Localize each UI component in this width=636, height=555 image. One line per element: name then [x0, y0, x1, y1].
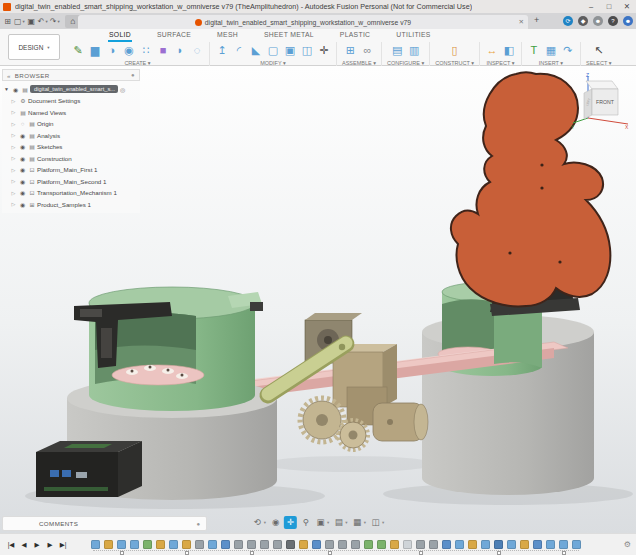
pan-icon[interactable]: ✛: [284, 516, 297, 529]
zoom-icon[interactable]: ⚲: [299, 516, 312, 529]
flag-feature[interactable]: [221, 540, 230, 549]
canvas-feature[interactable]: [494, 540, 503, 549]
move-copy-icon[interactable]: ✛: [317, 43, 331, 58]
transportation-mechanism[interactable]: [268, 313, 428, 450]
visibility-eye-icon[interactable]: ◉: [18, 189, 27, 196]
browser-item-construction[interactable]: ▷◉▤Construction: [2, 153, 140, 165]
step-back-button[interactable]: ◀: [18, 541, 30, 549]
minimize-button[interactable]: –: [582, 0, 600, 13]
extensions-icon[interactable]: ◆: [578, 16, 588, 26]
ribbon-tab-mesh[interactable]: MESH: [216, 30, 239, 42]
select-icon[interactable]: ↖: [592, 43, 606, 58]
extrude-feature[interactable]: [117, 540, 126, 549]
root-component-label[interactable]: digital_twin_enabled_smart_s...: [30, 85, 118, 93]
browser-item-origin[interactable]: ▷○▤Origin: [2, 118, 140, 130]
sketch-feature[interactable]: [182, 540, 191, 549]
shell-icon[interactable]: ▢: [266, 43, 280, 58]
insert-mesh-icon[interactable]: T: [527, 43, 541, 58]
profile-icon[interactable]: ☻: [593, 16, 603, 26]
analysis-feature[interactable]: [377, 540, 386, 549]
press-pull-icon[interactable]: ↥: [215, 43, 229, 58]
collapse-panel-icon[interactable]: «: [7, 72, 11, 79]
chevron-down-icon[interactable]: ▾: [382, 520, 384, 525]
ribbon-tab-surface[interactable]: SURFACE: [156, 30, 192, 42]
chevron-down-icon[interactable]: ▾: [345, 520, 347, 525]
ribbon-group-label[interactable]: INSPECT ▾: [486, 60, 514, 66]
drive-motor[interactable]: [373, 403, 428, 441]
tab-close-icon[interactable]: ✕: [519, 18, 524, 26]
maximize-button[interactable]: □: [600, 0, 618, 13]
visibility-eye-icon[interactable]: ◉: [18, 143, 27, 150]
move-feature[interactable]: [286, 540, 295, 549]
joint-feature[interactable]: [429, 540, 438, 549]
timeline-marker[interactable]: [497, 551, 501, 555]
extrude-feature[interactable]: [130, 540, 139, 549]
expand-icon[interactable]: ▷: [9, 121, 18, 127]
timeline-marker[interactable]: [328, 551, 332, 555]
browser-item-product-samples-1[interactable]: ▷◉⊞Product_Samples 1: [2, 199, 140, 211]
extrude-feature[interactable]: [507, 540, 516, 549]
document-tab[interactable]: digital_twin_enabled_smart_shipping_work…: [78, 15, 528, 29]
combine-icon[interactable]: ▣: [283, 43, 297, 58]
extrude-feature[interactable]: [572, 540, 581, 549]
analysis-feature[interactable]: [143, 540, 152, 549]
edge-compute-device[interactable]: [36, 441, 142, 497]
sample-turntable-left[interactable]: [112, 365, 204, 385]
joint-feature[interactable]: [234, 540, 243, 549]
ribbon-group-label[interactable]: MODIFY ▾: [260, 60, 286, 66]
component-feature[interactable]: [91, 540, 100, 549]
comments-options-icon[interactable]: ●: [196, 521, 200, 527]
timeline-marker[interactable]: [562, 551, 566, 555]
flag-feature[interactable]: [533, 540, 542, 549]
create-sketch-icon[interactable]: ✎: [71, 43, 85, 58]
browser-item-named-views[interactable]: ▷▤Named Views: [2, 107, 140, 119]
visibility-eye-icon[interactable]: ◉: [18, 166, 27, 173]
chevron-down-icon[interactable]: ▾: [264, 520, 266, 525]
display-settings-icon[interactable]: ▤: [332, 516, 345, 529]
expand-icon[interactable]: ▷: [9, 132, 18, 138]
revolve-icon[interactable]: ◑: [105, 43, 119, 58]
sketch-feature[interactable]: [468, 540, 477, 549]
visibility-eye-icon[interactable]: ◉: [18, 178, 27, 185]
slider-joint-feature[interactable]: [403, 540, 412, 549]
sketch-feature[interactable]: [156, 540, 165, 549]
extrude-feature[interactable]: [546, 540, 555, 549]
visibility-eye-icon[interactable]: ◉: [18, 132, 27, 139]
joint-feature[interactable]: [338, 540, 347, 549]
flag-feature[interactable]: [442, 540, 451, 549]
file-menu-icon[interactable]: ▢▾: [13, 17, 26, 26]
ribbon-tab-sheet-metal[interactable]: SHEET METAL: [263, 30, 315, 42]
redo-icon[interactable]: ↷▾: [49, 17, 61, 26]
timeline-settings-icon[interactable]: ⚙: [624, 540, 631, 549]
go-to-start-button[interactable]: |◀: [5, 541, 17, 549]
fit-icon[interactable]: ▣: [314, 516, 327, 529]
sketch-feature[interactable]: [104, 540, 113, 549]
timeline-marker[interactable]: [185, 551, 189, 555]
ribbon-tab-utilities[interactable]: UTILITIES: [395, 30, 431, 42]
expand-icon[interactable]: ▼: [2, 86, 11, 92]
new-tab-button[interactable]: +: [534, 15, 539, 25]
extrude-feature[interactable]: [481, 540, 490, 549]
visibility-eye-icon[interactable]: ◉: [11, 86, 20, 93]
spur-gear-large[interactable]: [300, 398, 344, 442]
align-feature[interactable]: [364, 540, 373, 549]
configuration-table-icon[interactable]: ▥: [407, 43, 421, 58]
joint-feature[interactable]: [325, 540, 334, 549]
joint-feature[interactable]: [260, 540, 269, 549]
joint-feature[interactable]: [416, 540, 425, 549]
comments-panel[interactable]: COMMENTS ●: [2, 516, 207, 531]
sketch-feature[interactable]: [299, 540, 308, 549]
joint-icon[interactable]: ∞: [360, 43, 374, 58]
go-to-end-button[interactable]: ▶|: [57, 541, 69, 549]
extrude-icon[interactable]: ▆: [88, 43, 102, 58]
expand-icon[interactable]: ▷: [9, 144, 18, 150]
configure-icon[interactable]: ▤: [390, 43, 404, 58]
ribbon-group-label[interactable]: CONFIGURE ▾: [387, 60, 424, 66]
fillet-icon[interactable]: ◜: [232, 43, 246, 58]
undo-icon[interactable]: ↶▾: [37, 17, 49, 26]
chevron-down-icon[interactable]: ▾: [364, 520, 366, 525]
circular-pattern-icon[interactable]: ◌: [190, 43, 204, 58]
expand-icon[interactable]: ▷: [9, 167, 18, 173]
visibility-eye-icon[interactable]: ◉: [18, 155, 27, 162]
joint-feature[interactable]: [351, 540, 360, 549]
